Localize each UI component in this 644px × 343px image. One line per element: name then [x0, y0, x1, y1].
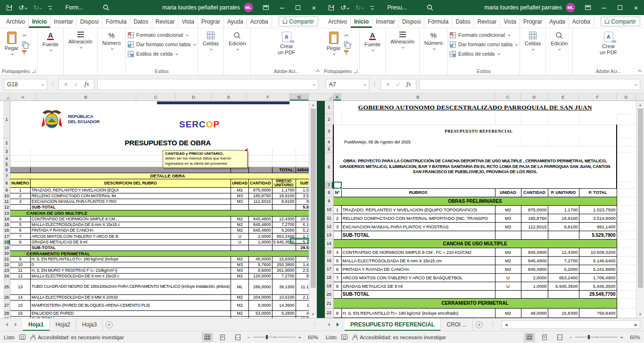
cell[interactable] — [548, 231, 579, 239]
column-header-B[interactable]: B — [36, 93, 136, 100]
cell[interactable]: 4 — [333, 248, 341, 256]
customize-qat-icon[interactable] — [370, 6, 374, 9]
create-pdf-button[interactable]: A Crear un PDF — [275, 30, 298, 57]
next-sheet-icon[interactable] — [337, 323, 339, 326]
row-header[interactable]: 2 — [3, 138, 10, 148]
column-header-G[interactable]: G — [290, 93, 309, 100]
cell[interactable] — [617, 125, 636, 138]
new-sheet-button[interactable]: + — [103, 318, 115, 331]
row-header[interactable]: 5 — [3, 161, 10, 167]
vertical-scrollbar[interactable]: ▲ ▼ — [636, 101, 644, 318]
cell[interactable] — [548, 182, 579, 188]
row-header[interactable]: 3 — [3, 148, 10, 155]
cell[interactable]: M2 — [231, 294, 249, 300]
cell[interactable]: MAMPOSTERIA (PARED DE BLOQUES ARENA-CEME… — [30, 300, 231, 310]
paste-button[interactable]: Pegar — [2, 30, 21, 56]
row-header[interactable]: 10 — [3, 193, 10, 199]
cell[interactable]: CANCHA DE USO MULTIPLE — [10, 210, 309, 216]
cell[interactable]: 4 — [10, 216, 31, 222]
cell[interactable]: 845,4800 — [521, 248, 548, 256]
cell[interactable]: SUB-TOTAL — [341, 231, 495, 239]
cell[interactable]: 48,0000 — [249, 256, 272, 262]
cell[interactable] — [249, 167, 272, 173]
cell[interactable] — [521, 114, 548, 125]
cell[interactable]: 1,1700 — [272, 187, 296, 193]
redo-button[interactable]: ↻ — [355, 3, 364, 12]
cell[interactable]: 9,2800 — [272, 310, 296, 316]
cell[interactable] — [495, 138, 521, 146]
sheet-tab[interactable]: Hoja3 — [76, 318, 103, 331]
cell[interactable]: SUB-TOTAL — [30, 316, 231, 318]
row-header[interactable]: 13 — [3, 210, 10, 216]
cell[interactable]: 5.241,9800 — [296, 227, 309, 233]
font-button[interactable]: AFuente — [40, 30, 61, 52]
cell[interactable]: 18,9100 — [272, 193, 296, 199]
user-name[interactable]: maria lourdes peñafiel parrales — [484, 4, 562, 11]
format-painter-button[interactable] — [22, 49, 30, 56]
cell[interactable]: U — [231, 233, 249, 239]
row-header[interactable]: 8 — [3, 179, 10, 187]
row-header[interactable]: 28 — [3, 310, 10, 316]
sheet-tab[interactable]: Hoja2 — [50, 318, 76, 331]
format-as-table-button[interactable]: Dar formato como tabla — [450, 40, 518, 49]
row-header[interactable]: 17 — [3, 233, 10, 239]
cell[interactable]: 1.023,7500 — [296, 187, 309, 193]
cells-button[interactable]: Celdas — [200, 30, 222, 51]
page-break-view-button[interactable] — [232, 333, 243, 342]
ribbon-tab-datos[interactable]: Datos — [130, 15, 152, 28]
cell[interactable] — [617, 290, 636, 298]
row-header[interactable]: 22 — [325, 308, 333, 318]
cell[interactable] — [341, 182, 495, 188]
redo-button[interactable]: ↻ — [33, 3, 42, 12]
cell[interactable]: M3 — [231, 262, 249, 268]
name-box-splitter[interactable]: ⋮ — [372, 81, 378, 88]
cancel-entry-icon[interactable]: ✕ — [386, 81, 390, 88]
cell[interactable]: 10.509,3200 — [579, 248, 617, 256]
row-header[interactable]: 6 — [325, 152, 333, 182]
scroll-down-icon[interactable]: ▼ — [309, 310, 317, 318]
column-header-A[interactable]: A — [333, 93, 341, 100]
cell[interactable] — [617, 308, 636, 318]
cell[interactable]: Puebloviejo, 05 de Agosto del 2025 — [341, 138, 495, 146]
dialog-launcher-icon[interactable] — [32, 69, 35, 73]
cell[interactable] — [272, 161, 296, 167]
cell[interactable]: 2.164,4400 — [296, 294, 309, 300]
row-header[interactable]: 15 — [325, 248, 333, 256]
cell[interactable]: TUBO CUADRADO NEGRO DE 100x100x2mm PARA … — [30, 279, 231, 294]
cell[interactable] — [333, 125, 341, 138]
row-header[interactable]: 1 — [325, 101, 333, 114]
cell[interactable]: 29.549,7700 — [579, 290, 617, 298]
cell[interactable]: 2,0000 — [521, 273, 548, 282]
cell[interactable] — [579, 182, 617, 188]
row-header[interactable]: 12 — [3, 204, 10, 210]
cell[interactable] — [231, 204, 249, 210]
page-layout-view-button[interactable] — [217, 333, 228, 342]
cell[interactable]: 10.509,3200 — [296, 216, 309, 222]
cell[interactable]: 345436,71600 — [296, 167, 309, 173]
cell[interactable]: U — [231, 239, 249, 245]
cell[interactable]: 11.191,1800 — [296, 279, 309, 294]
normal-view-button[interactable] — [524, 333, 535, 342]
cell[interactable]: M2 — [231, 273, 249, 279]
row-header[interactable]: 19 — [325, 282, 333, 290]
cell-styles-button[interactable]: Estilos de celda — [128, 49, 178, 59]
cell[interactable]: 13 — [10, 279, 31, 294]
font-button[interactable]: AFuente — [362, 30, 383, 52]
avatar[interactable]: ML — [244, 3, 253, 12]
row-header[interactable]: 3 — [325, 125, 333, 138]
row-header[interactable]: 15 — [3, 222, 10, 227]
column-header-F[interactable]: F — [247, 93, 290, 100]
cell[interactable]: 112,5015 — [249, 199, 272, 204]
format-painter-button[interactable] — [344, 49, 352, 56]
row-header[interactable]: 14 — [3, 216, 10, 222]
save-icon[interactable] — [329, 5, 334, 10]
cell[interactable]: 1 — [10, 187, 31, 193]
cell[interactable] — [10, 167, 31, 173]
insert-function-icon[interactable]: fx — [406, 81, 411, 88]
cell[interactable]: 991,1400 — [296, 199, 309, 204]
cell[interactable]: 250,3800 — [272, 262, 296, 268]
cell[interactable] — [617, 265, 636, 273]
cell[interactable]: ARCOS MIXTOS CON TABLERO Y ARCO DE BASQU… — [341, 273, 495, 282]
dialog-launcher-icon[interactable] — [354, 69, 357, 73]
cell[interactable]: EXCAVACION MANUAL PARA PLINTOS Y RIOSTRA… — [341, 222, 495, 231]
